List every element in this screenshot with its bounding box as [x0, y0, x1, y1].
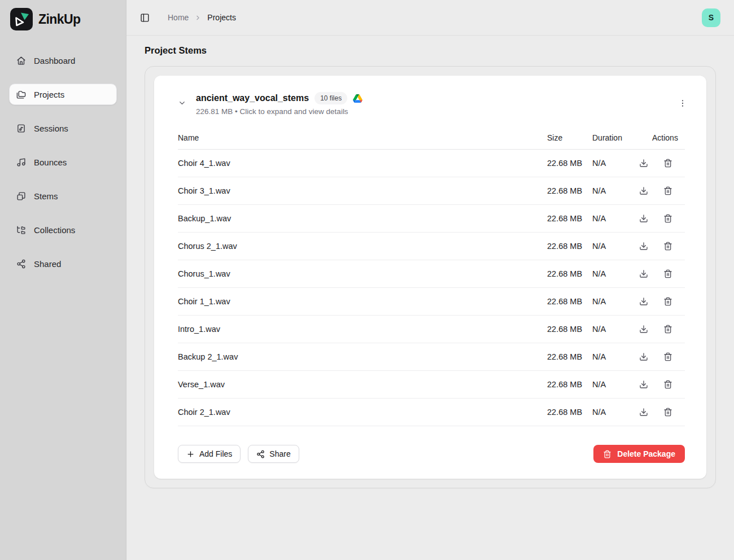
- files-table: Name Size Duration Actions Choir 4_1.wav…: [178, 127, 685, 426]
- layers-icon: [16, 191, 26, 201]
- trash-icon: [603, 450, 611, 458]
- sidebar-item-label: Sessions: [34, 124, 68, 133]
- file-duration: N/A: [592, 242, 637, 251]
- file-size: 22.68 MB: [547, 159, 592, 168]
- sidebar-item-label: Bounces: [34, 158, 67, 167]
- sidebar-item-collections[interactable]: Collections: [9, 219, 117, 240]
- delete-file-button[interactable]: [663, 159, 672, 168]
- table-row[interactable]: Choir 4_1.wav 22.68 MB N/A: [178, 150, 685, 177]
- download-file-button[interactable]: [639, 408, 648, 417]
- file-duration: N/A: [592, 186, 637, 195]
- download-icon: [639, 325, 648, 334]
- file-size: 22.68 MB: [547, 380, 592, 389]
- download-file-button[interactable]: [639, 380, 648, 389]
- file-duration: N/A: [592, 408, 637, 417]
- file-duration: N/A: [592, 325, 637, 334]
- file-name: Choir 3_1.wav: [178, 186, 547, 195]
- sidebar-item-label: Dashboard: [34, 56, 75, 65]
- delete-file-button[interactable]: [663, 297, 672, 306]
- delete-file-button[interactable]: [663, 269, 672, 278]
- folders-icon: [16, 90, 26, 99]
- download-icon: [639, 214, 648, 223]
- package-menu-button[interactable]: [676, 97, 689, 110]
- table-row[interactable]: Choir 2_1.wav 22.68 MB N/A: [178, 399, 685, 426]
- delete-file-button[interactable]: [663, 352, 672, 361]
- table-row[interactable]: Choir 1_1.wav 22.68 MB N/A: [178, 288, 685, 316]
- share-button[interactable]: Share: [248, 445, 299, 463]
- panel-left-icon: [140, 13, 150, 23]
- column-header-size: Size: [547, 133, 592, 142]
- file-name: Verse_1.wav: [178, 380, 547, 389]
- delete-file-button[interactable]: [663, 325, 672, 334]
- file-duration: N/A: [592, 214, 637, 223]
- delete-file-button[interactable]: [663, 186, 672, 195]
- delete-file-button[interactable]: [663, 242, 672, 251]
- package-titles: ancient_way_vocal_stems 10 files: [196, 92, 362, 116]
- breadcrumb: Home Projects: [168, 13, 236, 22]
- brand-name: ZinkUp: [38, 12, 80, 27]
- download-file-button[interactable]: [639, 297, 648, 306]
- expand-collapse-button[interactable]: [178, 99, 186, 107]
- sidebar-item-projects[interactable]: Projects: [9, 84, 117, 105]
- chevron-right-icon: [194, 14, 202, 21]
- table-row[interactable]: Chorus_1.wav 22.68 MB N/A: [178, 260, 685, 288]
- download-icon: [639, 408, 648, 417]
- table-row[interactable]: Intro_1.wav 22.68 MB N/A: [178, 316, 685, 343]
- avatar[interactable]: S: [702, 8, 720, 27]
- download-file-button[interactable]: [639, 325, 648, 334]
- table-row[interactable]: Verse_1.wav 22.68 MB N/A: [178, 371, 685, 399]
- download-file-button[interactable]: [639, 242, 648, 251]
- delete-file-button[interactable]: [663, 380, 672, 389]
- download-file-button[interactable]: [639, 269, 648, 278]
- download-file-button[interactable]: [639, 352, 648, 361]
- sidebar-item-dashboard[interactable]: Dashboard: [9, 50, 117, 71]
- download-icon: [639, 297, 648, 306]
- app-window: ZinkUp DashboardProjectsSessionsBouncesS…: [0, 0, 734, 560]
- delete-file-button[interactable]: [663, 408, 672, 417]
- plus-icon: [186, 450, 195, 458]
- package-subtitle: 226.81 MB • Click to expand and view det…: [196, 107, 362, 116]
- table-row[interactable]: Backup_1.wav 22.68 MB N/A: [178, 205, 685, 233]
- file-duration: N/A: [592, 269, 637, 278]
- download-icon: [639, 380, 648, 389]
- home-icon: [16, 56, 26, 65]
- sidebar-item-label: Shared: [34, 259, 61, 269]
- sidebar-item-stems[interactable]: Stems: [9, 185, 117, 207]
- file-duration: N/A: [592, 380, 637, 389]
- package-shell: ancient_way_vocal_stems 10 files: [145, 66, 716, 488]
- sidebar-item-shared[interactable]: Shared: [9, 253, 117, 274]
- sidebar-toggle-button[interactable]: [140, 13, 150, 23]
- download-file-button[interactable]: [639, 214, 648, 223]
- kebab-icon: [678, 99, 687, 108]
- column-header-name: Name: [178, 133, 547, 142]
- breadcrumb-home-link[interactable]: Home: [168, 13, 189, 22]
- trash-icon: [663, 352, 672, 361]
- table-row[interactable]: Backup 2_1.wav 22.68 MB N/A: [178, 343, 685, 371]
- trash-icon: [663, 214, 672, 223]
- trash-icon: [663, 159, 672, 168]
- sidebar-item-label: Collections: [34, 225, 75, 235]
- download-icon: [639, 242, 648, 251]
- share-icon: [16, 259, 26, 269]
- sidebar: ZinkUp DashboardProjectsSessionsBouncesS…: [0, 0, 126, 560]
- table-row[interactable]: Choir 3_1.wav 22.68 MB N/A: [178, 177, 685, 205]
- table-row[interactable]: Chorus 2_1.wav 22.68 MB N/A: [178, 233, 685, 260]
- file-name: Chorus_1.wav: [178, 269, 547, 278]
- delete-package-button[interactable]: Delete Package: [593, 445, 685, 463]
- trash-icon: [663, 242, 672, 251]
- delete-file-button[interactable]: [663, 214, 672, 223]
- trash-icon: [663, 408, 672, 417]
- package-footer: Add Files Share Delete Package: [178, 445, 685, 479]
- package-header[interactable]: ancient_way_vocal_stems 10 files: [154, 76, 706, 116]
- sidebar-item-bounces[interactable]: Bounces: [9, 151, 117, 173]
- download-file-button[interactable]: [639, 159, 648, 168]
- table-body: Choir 4_1.wav 22.68 MB N/A Choir 3_1.wav…: [178, 150, 685, 426]
- package-card: ancient_way_vocal_stems 10 files: [154, 76, 706, 479]
- download-icon: [639, 269, 648, 278]
- download-file-button[interactable]: [639, 186, 648, 195]
- trash-icon: [663, 269, 672, 278]
- file-duration: N/A: [592, 352, 637, 361]
- sidebar-item-sessions[interactable]: Sessions: [9, 117, 117, 139]
- files-count-badge: 10 files: [314, 92, 347, 104]
- add-files-button[interactable]: Add Files: [178, 445, 241, 463]
